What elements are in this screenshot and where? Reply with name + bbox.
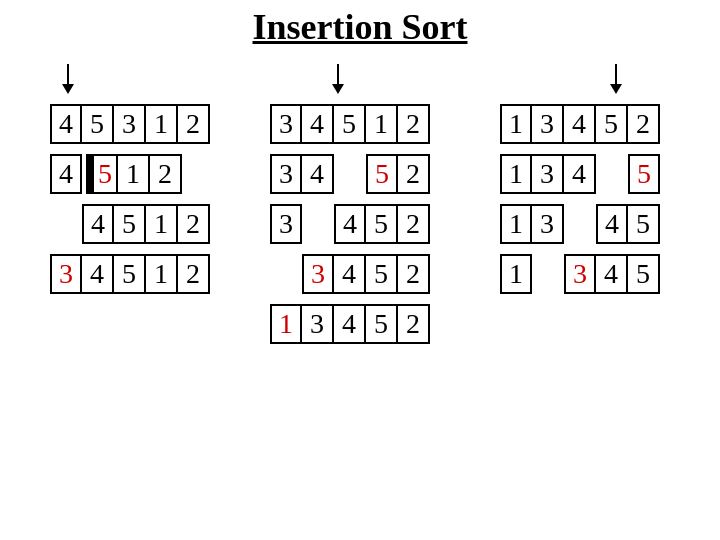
cell xyxy=(302,204,334,244)
cell: 1 xyxy=(500,254,532,294)
row: 4 5 1 2 xyxy=(50,154,182,194)
col3-header xyxy=(500,56,670,94)
cell: 5 xyxy=(366,254,398,294)
arrow-line xyxy=(67,64,69,84)
col3-arrow xyxy=(610,64,622,94)
column-1: 4 5 3 1 2 4 5 1 2 4 5 1 2 3 4 5 1 2 xyxy=(50,56,210,344)
cell: 4 xyxy=(302,154,334,194)
cell: 3 xyxy=(302,254,334,294)
cell: 5 xyxy=(628,154,660,194)
cell: 2 xyxy=(628,104,660,144)
cell: 4 xyxy=(564,104,596,144)
cell: 5 xyxy=(82,104,114,144)
cell: 4 xyxy=(334,304,366,344)
col2-header xyxy=(270,56,440,94)
cell: 3 xyxy=(532,104,564,144)
row: 1 3 4 5 xyxy=(500,154,660,194)
cell: 3 xyxy=(270,154,302,194)
cell: 4 xyxy=(596,254,628,294)
cell: 2 xyxy=(398,104,430,144)
cell: 2 xyxy=(398,154,430,194)
cell: 3 xyxy=(270,104,302,144)
cell xyxy=(270,254,302,294)
row: 4 5 1 2 xyxy=(50,204,210,244)
cell: 4 xyxy=(50,104,82,144)
cell: 5 xyxy=(366,204,398,244)
cell xyxy=(564,204,596,244)
cell: 1 xyxy=(270,304,302,344)
row: 1 3 4 5 2 xyxy=(270,304,430,344)
cell: 3 xyxy=(532,204,564,244)
cell: 4 xyxy=(334,254,366,294)
cell xyxy=(596,154,628,194)
cell: 3 xyxy=(270,204,302,244)
cell: 5 xyxy=(114,254,146,294)
cell xyxy=(532,254,564,294)
cell: 2 xyxy=(398,304,430,344)
arrow-head xyxy=(610,84,622,94)
cell: 5 xyxy=(628,254,660,294)
cell: 5 xyxy=(628,204,660,244)
cell: 2 xyxy=(178,254,210,294)
row: 3 4 5 2 xyxy=(270,154,430,194)
cell: 5 xyxy=(366,304,398,344)
cell: 5 xyxy=(86,154,118,194)
col1-header xyxy=(50,56,210,94)
cell: 4 xyxy=(302,104,334,144)
cell: 1 xyxy=(500,154,532,194)
cell: 4 xyxy=(334,204,366,244)
cell: 3 xyxy=(564,254,596,294)
cell: 2 xyxy=(178,104,210,144)
cell: 5 xyxy=(114,204,146,244)
cell: 1 xyxy=(500,104,532,144)
col2-arrow xyxy=(332,64,344,94)
cell xyxy=(50,204,82,244)
row: 1 3 4 5 2 xyxy=(500,104,660,144)
cell: 4 xyxy=(82,204,114,244)
arrow-head xyxy=(62,84,74,94)
row: 1 3 4 5 xyxy=(500,254,660,294)
cell: 1 xyxy=(500,204,532,244)
cell: 4 xyxy=(50,154,82,194)
cell: 1 xyxy=(146,254,178,294)
cell: 5 xyxy=(366,154,398,194)
cell: 3 xyxy=(302,304,334,344)
row: 3 4 5 1 2 xyxy=(270,104,430,144)
row: 1 3 4 5 xyxy=(500,204,660,244)
main-content: 4 5 3 1 2 4 5 1 2 4 5 1 2 3 4 5 1 2 xyxy=(0,56,720,344)
row: 3 4 5 2 xyxy=(270,204,430,244)
cell: 2 xyxy=(150,154,182,194)
column-3: 1 3 4 5 2 1 3 4 5 1 3 4 5 1 3 4 xyxy=(500,56,670,344)
cell: 1 xyxy=(118,154,150,194)
cell: 3 xyxy=(114,104,146,144)
cell: 2 xyxy=(398,254,430,294)
arrow-line xyxy=(337,64,339,84)
cell: 5 xyxy=(334,104,366,144)
cell: 4 xyxy=(596,204,628,244)
page-title: Insertion Sort xyxy=(0,0,720,52)
col1-arrow xyxy=(62,64,74,94)
cell: 1 xyxy=(146,204,178,244)
cell: 2 xyxy=(178,204,210,244)
cell: 5 xyxy=(596,104,628,144)
arrow-line xyxy=(615,64,617,84)
row: 3 4 5 2 xyxy=(270,254,430,294)
row: 3 4 5 1 2 xyxy=(50,254,210,294)
cell: 1 xyxy=(146,104,178,144)
cell: 4 xyxy=(564,154,596,194)
cell xyxy=(334,154,366,194)
arrow-head xyxy=(332,84,344,94)
cell: 3 xyxy=(532,154,564,194)
column-2: 3 4 5 1 2 3 4 5 2 3 4 5 2 3 4 5 xyxy=(270,56,440,344)
cell: 3 xyxy=(50,254,82,294)
cell: 1 xyxy=(366,104,398,144)
cell: 2 xyxy=(398,204,430,244)
row: 4 5 3 1 2 xyxy=(50,104,210,144)
cell: 4 xyxy=(82,254,114,294)
